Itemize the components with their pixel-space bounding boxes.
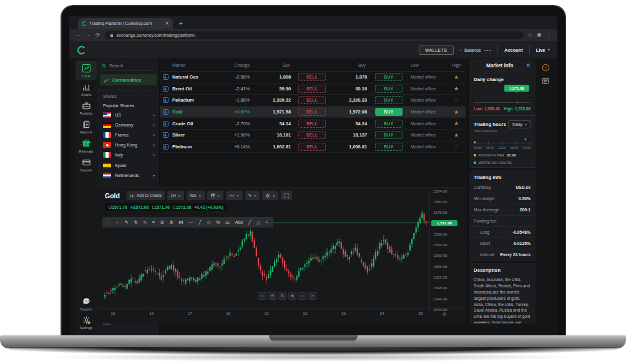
browser-tab[interactable]: Trading Platform | Currency.com ✕ xyxy=(78,18,173,29)
info-icon[interactable]: i xyxy=(542,64,550,72)
live-mode-select[interactable]: Live ▾ xyxy=(536,47,550,53)
sidebar-item-charts[interactable]: Charts xyxy=(76,80,97,98)
pitchfork-tool[interactable]: ⋔ xyxy=(170,220,174,224)
extension-icon[interactable] xyxy=(537,32,542,37)
buy-button[interactable]: BUY xyxy=(375,143,403,151)
rectangle-tool[interactable]: ▭ xyxy=(225,220,230,224)
wave-tool[interactable]: ∿ xyxy=(143,220,147,224)
wallets-button[interactable]: WALLETS xyxy=(419,46,454,55)
watchlist-country-germany[interactable]: Germany▾ xyxy=(97,120,159,130)
fullscreen-button[interactable] xyxy=(281,191,292,200)
pan-right-button[interactable]: › xyxy=(298,292,306,300)
sidebar-item-referrals[interactable]: Referrals xyxy=(76,136,97,155)
sidebar-item-deposit[interactable]: Deposit xyxy=(76,155,97,174)
market-row-palladium[interactable]: Palladium -1.86% 2,320.32 SELL 2,326.33 … xyxy=(160,95,466,107)
zoom-in-button[interactable]: ⊕ xyxy=(288,292,296,300)
account-link[interactable]: Account xyxy=(504,47,523,53)
watchlist-country-spain[interactable]: Spain xyxy=(97,160,159,170)
bookmark-star-icon[interactable]: ☆ xyxy=(528,32,532,38)
market-row-brent-oil[interactable]: Brent Oil -2.41% 59.90 SELL 60.10 BUY Ma… xyxy=(160,84,466,95)
mini-candle-chart-icon[interactable] xyxy=(160,132,170,138)
mini-candle-chart-icon[interactable] xyxy=(160,86,170,92)
search-input[interactable] xyxy=(109,64,153,68)
market-row-silver[interactable]: Silver +1.90% 18.101 SELL 18.137 BUY Mar… xyxy=(160,130,466,141)
favorite-star-icon[interactable]: ★ xyxy=(447,109,466,115)
sidebar-item-support[interactable]: Support xyxy=(76,294,97,313)
sell-button[interactable]: SELL xyxy=(298,131,326,139)
price-type-select[interactable]: Ask▼ xyxy=(187,191,205,200)
news-feed-icon[interactable] xyxy=(542,77,549,84)
add-to-charts-button[interactable]: Add to Charts xyxy=(127,191,165,200)
sell-button[interactable]: SELL xyxy=(298,96,326,104)
close-icon[interactable]: ✕ xyxy=(526,62,531,69)
favorite-star-icon[interactable]: ★ xyxy=(447,74,466,80)
horizontal-line-tool[interactable]: — xyxy=(188,220,193,224)
mini-candle-chart-icon[interactable] xyxy=(160,109,170,115)
market-row-natural-gas[interactable]: Natural Gas -2.56% 1.868 SELL 1.878 BUY … xyxy=(160,72,466,84)
percent-tool[interactable]: % xyxy=(216,220,220,224)
favorite-star-icon[interactable]: ★ xyxy=(447,85,466,92)
chart-style-select[interactable]: ▼ xyxy=(207,191,223,200)
buy-button[interactable]: BUY xyxy=(375,131,403,139)
go-to-end-button[interactable]: » xyxy=(308,292,316,300)
sidebar-item-trade[interactable]: Trade xyxy=(76,61,97,80)
mini-candle-chart-icon[interactable] xyxy=(160,121,170,127)
cross-tool[interactable]: + xyxy=(265,220,268,224)
buy-button[interactable]: BUY xyxy=(375,73,403,81)
balance-more-icon[interactable]: ••• xyxy=(484,47,491,53)
buy-button[interactable]: BUY xyxy=(375,108,403,116)
pan-left-button[interactable]: ‹ xyxy=(258,292,267,300)
fib-lines-tool[interactable]: ≡ xyxy=(152,220,155,224)
market-row-gold[interactable]: Gold +0.69% 1,571.58 SELL 1,572.08 BUY M… xyxy=(160,107,466,118)
sidebar-item-portfolio[interactable]: Portfolio xyxy=(76,98,97,117)
favorite-star-icon[interactable]: ☆ xyxy=(447,97,466,103)
daily-change-slider[interactable] xyxy=(474,102,531,103)
axis-settings-gear-icon[interactable] xyxy=(442,312,447,317)
favorite-star-icon[interactable]: ★ xyxy=(447,120,466,127)
address-bar[interactable]: exchange.currency.com/trading/platform/ xyxy=(105,31,524,39)
ray-tool[interactable]: ╱ xyxy=(248,220,251,224)
day-select[interactable]: Today▾ xyxy=(508,120,531,128)
buy-button[interactable]: BUY xyxy=(375,120,403,128)
zoom-out-button[interactable]: ⊖ xyxy=(268,292,276,300)
shape-tool[interactable]: ◇ xyxy=(207,220,210,224)
balance-group[interactable]: ‹ Balance ••• xyxy=(460,47,491,53)
xabcd-pattern-tool[interactable]: ⋈ xyxy=(179,220,183,224)
buy-button[interactable]: BUY xyxy=(375,85,403,93)
trend-line-tool[interactable]: ╱ xyxy=(198,220,201,224)
sell-button[interactable]: SELL xyxy=(298,73,326,81)
watchlist-country-hong-kong[interactable]: Hong Kong▾ xyxy=(97,140,159,150)
chart-settings-button[interactable]: ▼ xyxy=(262,191,278,200)
new-tab-button[interactable]: + xyxy=(179,20,183,27)
browser-menu-icon[interactable]: ⋮ xyxy=(546,32,551,38)
cursor-dot[interactable]: · xyxy=(107,220,109,224)
sell-button[interactable]: SELL xyxy=(298,108,326,116)
sell-button[interactable]: SELL xyxy=(298,120,326,128)
favorite-star-icon[interactable]: ★ xyxy=(447,132,466,138)
forward-icon[interactable]: → xyxy=(86,32,91,38)
watchlist-tab-commodities[interactable]: Commodities xyxy=(100,74,157,85)
watchlist-country-france[interactable]: France▾ xyxy=(97,130,159,140)
favorite-star-icon[interactable]: ☆ xyxy=(447,143,466,150)
arrow-tool[interactable]: → xyxy=(114,220,119,224)
sidebar-item-reports[interactable]: Reports xyxy=(76,117,97,136)
sell-button[interactable]: SELL xyxy=(298,85,326,93)
back-icon[interactable]: ← xyxy=(76,32,81,38)
pencil-tool[interactable]: ✎ xyxy=(124,220,128,224)
sell-button[interactable]: SELL xyxy=(298,143,326,151)
text-tool[interactable]: Abc xyxy=(235,220,243,224)
market-row-crude-oil[interactable]: Crude Oil -2.70% 54.14 SELL 54.24 BUY Ma… xyxy=(160,118,466,130)
tab-close-icon[interactable]: ✕ xyxy=(165,21,169,26)
watchlist-country-us[interactable]: US▾ xyxy=(97,110,159,120)
draw-select[interactable]: ✎▼ xyxy=(245,191,260,200)
reset-zoom-button[interactable]: ↻ xyxy=(278,292,286,300)
currency-logo-icon[interactable] xyxy=(77,46,86,55)
reload-icon[interactable]: ⟳ xyxy=(95,32,100,38)
mini-candle-chart-icon[interactable] xyxy=(160,97,170,103)
sidebar-item-settings[interactable]: !Settings xyxy=(76,313,97,332)
triangle-tool[interactable]: △ xyxy=(257,220,260,224)
market-row-platinum[interactable]: Platinum +0.14% 1,002.81 SELL 1,006.81 B… xyxy=(160,141,466,153)
mini-candle-chart-icon[interactable] xyxy=(160,74,170,80)
watchlist-country-italy[interactable]: Italy▾ xyxy=(97,150,159,160)
mini-candle-chart-icon[interactable] xyxy=(160,144,170,150)
